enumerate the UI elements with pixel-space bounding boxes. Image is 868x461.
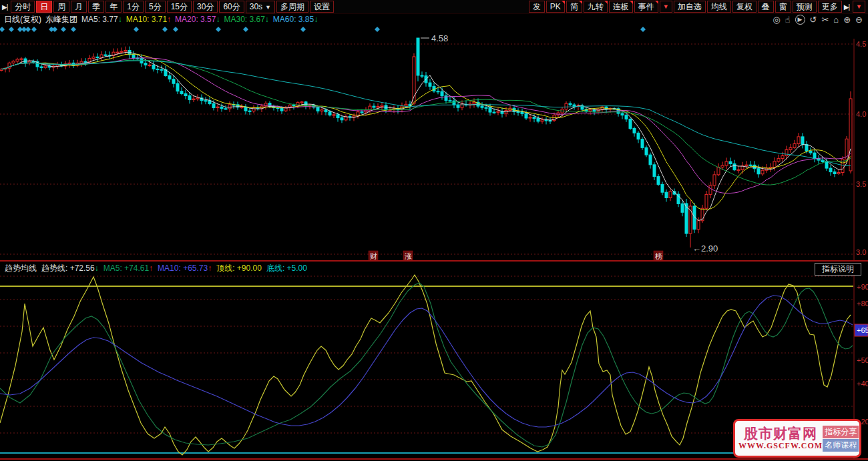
tool-tab-窗[interactable]: 窗 — [775, 1, 791, 13]
candle-body — [649, 155, 652, 165]
zoom-out-icon[interactable]: ⊖ — [855, 15, 863, 24]
collapse-right-icon[interactable]: ▶| — [842, 3, 851, 11]
tool-tab-加自选[interactable]: 加自选 — [674, 1, 706, 13]
candle-body — [697, 221, 700, 229]
candle-body — [573, 105, 576, 106]
candle-body — [825, 161, 828, 168]
candle-body — [721, 165, 724, 167]
dropdown-arrow-icon[interactable]: ▼ — [265, 4, 271, 11]
new-badge-icon — [579, 1, 582, 4]
candle-body — [32, 61, 35, 62]
candle-body — [449, 101, 451, 101]
new-badge-icon — [630, 1, 633, 4]
period-tab-分时[interactable]: 分时 — [11, 1, 35, 13]
up-arrow-icon: ↑ — [208, 264, 212, 273]
news-marker-label: 榜 — [655, 252, 662, 260]
candle-body — [797, 137, 800, 144]
new-badge-icon — [562, 1, 565, 4]
period-tab-月[interactable]: 月 — [71, 1, 87, 13]
tool-tab-连板[interactable]: 连板 — [609, 1, 633, 13]
indicator-help-button[interactable]: 指标说明 — [815, 263, 861, 276]
period-tab-多周期[interactable]: 多周期 — [276, 1, 308, 13]
tool-tab-预测[interactable]: 预测 — [793, 1, 817, 13]
candle-body — [701, 208, 704, 221]
scissors-icon[interactable]: ✂ — [821, 15, 829, 24]
collapse-left-icon[interactable]: ▶| — [0, 3, 9, 11]
tool-tab-简[interactable]: 简 — [566, 1, 582, 13]
period-tab-30s[interactable]: 30s▼ — [246, 1, 275, 13]
tool-tab-PK[interactable]: PK — [546, 1, 565, 13]
candle-body — [385, 105, 387, 110]
ma-value-MA30: MA30: 3.67↓ — [224, 15, 268, 24]
candle-body — [661, 184, 664, 192]
candle-body — [653, 165, 656, 177]
period-tab-日[interactable]: 日 — [36, 1, 52, 13]
candle-body — [240, 107, 243, 107]
period-tab-年[interactable]: 年 — [105, 1, 122, 13]
event-diamond-icon — [134, 27, 139, 32]
candle-body — [589, 110, 592, 111]
candle-body — [329, 112, 331, 115]
indicator-item-3: 顶线: +90.00 — [216, 264, 262, 273]
candle-body — [341, 118, 343, 120]
tool-tabs: 发PK简九转连板事件▼加自选均线复权叠窗预测更多▶|▼ — [527, 1, 868, 13]
candle-body — [12, 61, 15, 63]
tool-tab-叠[interactable]: 叠 — [758, 1, 774, 13]
candle-body — [324, 110, 327, 112]
period-tab-设置[interactable]: 设置 — [310, 1, 334, 13]
candle-body — [517, 111, 519, 112]
undo-icon[interactable]: ↺ — [810, 15, 817, 24]
play-icon[interactable]: ▶ — [795, 15, 805, 25]
tool-tab-九转[interactable]: 九转 — [584, 1, 608, 13]
event-diamond-icon — [243, 27, 248, 32]
eye-icon[interactable]: ◎ — [773, 15, 780, 24]
period-tab-15分[interactable]: 15分 — [167, 1, 192, 13]
period-tab-1分[interactable]: 1分 — [123, 1, 144, 13]
main-candlestick-chart[interactable]: 4.54.03.53.04.58←2.90财涨榜 — [0, 25, 868, 262]
candle-body — [565, 103, 568, 109]
tool-tab-事件[interactable]: 事件 — [634, 1, 658, 13]
candle-body — [497, 111, 499, 112]
period-tab-60分[interactable]: 60分 — [219, 1, 244, 13]
candle-body — [92, 57, 95, 58]
candle-body — [405, 104, 407, 106]
period-tab-30分[interactable]: 30分 — [193, 1, 218, 13]
zoom-in-icon[interactable]: ⊕ — [843, 15, 851, 24]
period-tab-季[interactable]: 季 — [88, 1, 104, 13]
candle-body — [152, 65, 155, 69]
ma-value-MA5: MA5: 3.77↓ — [81, 15, 122, 24]
indicator-axis-label: +40.00 — [857, 380, 868, 388]
lock-icon[interactable]: ⌂ — [833, 15, 839, 24]
tool-tab-均线[interactable]: 均线 — [707, 1, 731, 13]
candle-body — [176, 83, 179, 91]
trading-terminal: ▶| 分时日周月季年1分5分15分30分60分30s▼多周期设置 发PK简九转连… — [0, 0, 868, 461]
candle-body — [264, 103, 267, 106]
indicator-item-4: 底线: +5.00 — [266, 264, 307, 273]
candle-body — [44, 66, 47, 68]
candle-body — [80, 61, 83, 63]
new-badge-icon — [604, 1, 608, 4]
candle-body — [633, 129, 636, 133]
tool-tab-更多[interactable]: 更多 — [818, 1, 842, 13]
tool-tab-发[interactable]: 发 — [529, 1, 545, 13]
tool-tab-复权[interactable]: 复权 — [732, 1, 756, 13]
ma-value-MA10: MA10: 3.71↑ — [126, 15, 171, 24]
candle-body — [228, 105, 231, 109]
period-tab-周[interactable]: 周 — [53, 1, 69, 13]
toolbar-more-arrow-icon[interactable]: ▼ — [853, 1, 865, 13]
candle-body — [204, 101, 207, 101]
indicator-line-MA10 — [0, 296, 853, 427]
candle-body — [813, 153, 816, 158]
hand-icon[interactable]: ☝ — [785, 15, 791, 24]
candle-body — [717, 167, 720, 174]
candle-body — [829, 168, 832, 172]
period-tab-5分[interactable]: 5分 — [145, 1, 166, 13]
candle-body — [809, 151, 812, 153]
candle-body — [441, 91, 443, 95]
stock-name: 东峰集团 — [45, 14, 77, 25]
candle-body — [849, 99, 852, 171]
candle-body — [569, 103, 572, 105]
candle-body — [457, 105, 459, 107]
candle-body — [681, 203, 684, 212]
events-dropdown-arrow-icon[interactable]: ▼ — [660, 1, 672, 13]
